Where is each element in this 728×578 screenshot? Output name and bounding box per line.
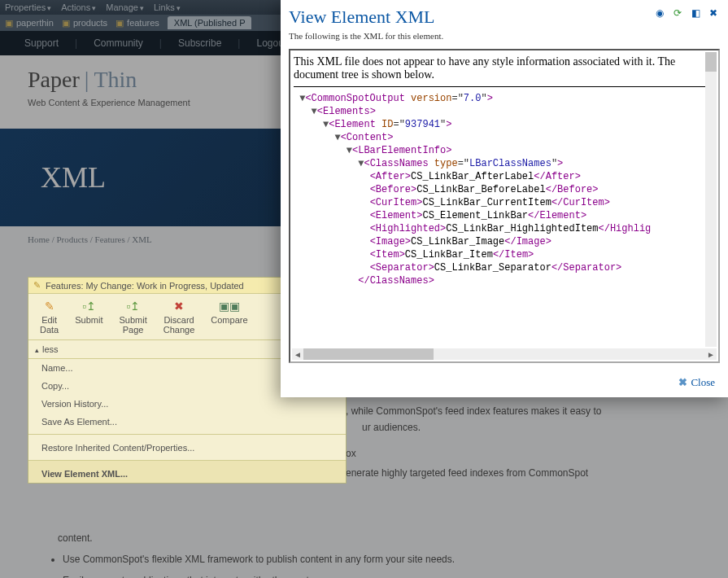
scroll-right-icon[interactable]: ► [705, 350, 717, 359]
popout-icon[interactable]: ◧ [689, 7, 702, 20]
close-x-icon: ✖ [678, 376, 687, 389]
vertical-scrollbar[interactable] [705, 52, 717, 347]
horizontal-scrollbar[interactable]: ◄ ► [292, 348, 717, 360]
view-element-xml-dialog: View Element XML ◉ ⟳ ◧ ✖ The following i… [281, 0, 728, 397]
xml-viewer: This XML file does not appear to have an… [289, 49, 720, 363]
ctx-version-history[interactable]: Version History... [28, 395, 346, 413]
ctx-view-element-xml[interactable]: View Element XML... [28, 460, 346, 483]
pencil-icon: ✎ [40, 299, 59, 313]
page-submit-icon: ▫↥ [75, 299, 102, 313]
close-button[interactable]: ✖ Close [678, 376, 715, 389]
xml-style-warning: This XML file does not appear to have an… [294, 54, 715, 87]
tb-discard[interactable]: ✖DiscardChange [155, 299, 203, 335]
chevron-up-icon: ▴ [35, 346, 39, 354]
compare-icon: ▣▣ [211, 299, 247, 313]
scroll-left-icon[interactable]: ◄ [292, 350, 303, 359]
tb-edit-data[interactable]: ✎EditData [32, 299, 67, 335]
tb-compare[interactable]: ▣▣Compare [203, 299, 255, 335]
dialog-title: View Element XML [289, 7, 653, 28]
ctx-restore-inherited[interactable]: Restore Inherited Content/Properties... [28, 434, 346, 457]
edit-icon: ✎ [33, 280, 41, 291]
tb-submit[interactable]: ▫↥Submit [67, 299, 111, 335]
dialog-subtitle: The following is the XML for this elemen… [289, 31, 720, 41]
ctx-save-as-element[interactable]: Save As Element... [28, 413, 346, 431]
refresh-icon[interactable]: ⟳ [671, 7, 684, 20]
help-icon[interactable]: ◉ [653, 7, 666, 20]
page-submit-icon: ▫↥ [120, 299, 147, 313]
tb-submit-page[interactable]: ▫↥SubmitPage [111, 299, 155, 335]
cross-icon: ✖ [163, 299, 195, 313]
context-header-text: Features: My Change: Work in Progress, U… [46, 281, 244, 291]
close-icon[interactable]: ✖ [707, 7, 720, 20]
